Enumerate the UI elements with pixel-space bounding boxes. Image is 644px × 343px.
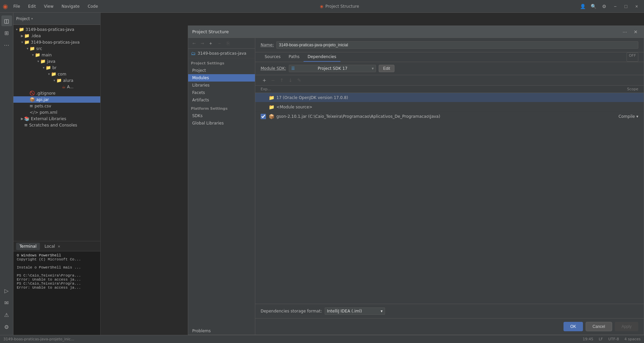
settings-button[interactable]: ⚙ [600,3,609,10]
app-menu-navigate[interactable]: Navigate [59,3,83,9]
module-entry[interactable]: 🗂 3149-boas-praticas-java [188,49,255,58]
tree-item-main[interactable]: ▾ 📁 main [13,52,100,58]
nav-item-global-libs[interactable]: Global Libraries [188,119,255,127]
folder-icon: 📁 [19,27,24,32]
nav-item-artifacts[interactable]: Artifacts [188,96,255,104]
nav-item-problems[interactable]: Problems [188,327,255,335]
nav-forward-btn[interactable]: → [199,40,206,47]
tree-expander-idea[interactable]: ▶ [20,34,24,38]
deps-up-btn[interactable]: ↑ [278,77,285,84]
app-menu-edit[interactable]: Edit [25,3,39,9]
tree-item-java[interactable]: ▾ 📁 java [13,58,100,64]
nav-item-project[interactable]: Project [188,67,255,74]
app-menu-file[interactable]: File [11,3,23,9]
ok-button[interactable]: OK [564,322,583,331]
tree-expander-alura[interactable]: ▾ [52,79,56,82]
dep-scope-value: Compile [619,114,635,119]
csv-icon: ≡ [30,103,33,108]
tree-item-src[interactable]: ▾ 📁 src [13,45,100,52]
nav-item-facets[interactable]: Facets [188,89,255,96]
sidebar-icon-problems[interactable]: ⚠ [1,309,12,320]
tree-expander-module[interactable]: ▾ [20,40,24,44]
sidebar-icon-structure[interactable]: ⊞ [1,28,12,38]
dialog-left-panel: ← → + − ⎘ 🗂 3149-boas-praticas-java Proj… [188,38,255,335]
apply-button[interactable]: Apply [615,322,638,331]
tree-expander-br[interactable]: ▾ [42,66,46,69]
remove-module-btn[interactable]: − [216,40,223,47]
copy-module-btn[interactable]: ⎘ [224,40,232,47]
dialog-close[interactable]: ✕ [632,28,640,36]
sidebar-icon-run[interactable]: ▷ [1,285,12,296]
status-bar: 3149-boas-praticas-java-projeto_inic... … [0,335,644,343]
com-folder-icon: 📁 [51,71,56,77]
tab-sources[interactable]: Sources [261,52,284,62]
nav-item-sdks[interactable]: SDKs [188,112,255,119]
tree-item-gitignore[interactable]: 🚫 .gitignore [13,90,100,96]
dep-row-gson[interactable]: 📦 gson-2.10.1.jar (C:\Caio_Teixeira\Prog… [255,112,644,121]
close-button[interactable]: × [632,3,641,10]
nav-back-btn[interactable]: ← [191,40,198,47]
tree-item-root[interactable]: ▾ 📁 3149-boas-praticas-java [13,26,100,33]
sidebar-icon-settings[interactable]: ⚙ [1,322,12,332]
sdk-edit-btn[interactable]: Edit [379,65,394,72]
tree-item-module[interactable]: ▾ 📁 3149-boas-praticas-java [13,39,100,45]
dep-row-jdk[interactable]: 📁 17 (Oracle OpenJDK version 17.0.8) [255,93,644,102]
tree-expander-main[interactable]: ▾ [31,53,35,57]
status-line-sep[interactable]: LF [599,337,603,341]
dep-scope-gson[interactable]: Compile ▾ [605,114,638,119]
library-icon: 📚 [24,116,30,121]
tree-item-apijar[interactable]: 📦 api.jar [13,96,100,103]
sidebar-icon-project[interactable]: ◫ [1,15,12,26]
tree-item-afile[interactable]: ☕ A... [13,84,100,90]
tree-expander-com[interactable]: ▾ [47,72,51,76]
maximize-button[interactable]: □ [621,3,631,10]
status-encoding[interactable]: UTF-8 [608,337,619,341]
tree-item-br[interactable]: ▾ 📁 br [13,64,100,71]
tree-expander-extlibs[interactable]: ▶ [20,117,24,120]
deps-add-btn[interactable]: + [261,77,268,84]
tree-expander[interactable]: ▾ [15,28,19,31]
tree-expander-src[interactable]: ▾ [25,47,30,50]
nav-item-libraries[interactable]: Libraries [188,82,255,89]
module-name-input[interactable] [276,41,638,49]
add-module-btn[interactable]: + [207,40,214,47]
nav-item-modules[interactable]: Modules [188,74,255,82]
tree-item-extlibs[interactable]: ▶ 📚 External Libraries [13,115,100,122]
sdk-dropdown[interactable]: ☰ Project SDK 17 ▾ [289,65,376,72]
xml-icon: </> [30,110,38,115]
tree-item-scratches[interactable]: ≡ Scratches and Consoles [13,122,100,128]
main-folder-icon: 📁 [35,52,40,57]
deps-table-header: Exp... Scope [255,86,644,93]
status-indent[interactable]: 4 spaces [625,337,641,341]
app-menu-view[interactable]: View [41,3,56,9]
tree-item-pomxml[interactable]: </> pom.xml [13,109,100,115]
sidebar-icon-notifications[interactable]: ✉ [1,297,12,308]
terminal-close-btn[interactable]: ✕ [58,245,60,248]
deps-edit-btn[interactable]: ✎ [296,77,303,84]
app-menu-code[interactable]: Code [85,3,101,9]
cancel-button[interactable]: Cancel [586,322,612,331]
status-time: 19:45 [583,337,593,341]
minimize-button[interactable]: − [610,3,620,10]
project-tree: ▾ 📁 3149-boas-praticas-java ▶ 📁 .idea ▾ … [13,25,100,241]
tree-item-csv[interactable]: ≡ pets.csv [13,103,100,109]
sidebar-icon-more[interactable]: ⋯ [1,40,12,50]
dep-checkbox-gson[interactable] [261,114,266,119]
tree-item-com[interactable]: ▾ 📁 com [13,71,100,77]
terminal-tab-local[interactable]: Local ✕ [41,243,64,250]
tab-dependencies[interactable]: Dependencies [304,52,340,62]
terminal-tab-terminal[interactable]: Terminal [16,243,40,250]
deps-remove-btn[interactable]: − [269,77,277,84]
dialog-more-options[interactable]: ⋯ [621,28,629,36]
deps-down-btn[interactable]: ↓ [287,77,294,84]
tree-item-alura[interactable]: ▾ 📁 alura [13,77,100,84]
tree-item-idea[interactable]: ▶ 📁 .idea [13,33,100,39]
search-button[interactable]: 🔍 [589,3,598,10]
tab-paths[interactable]: Paths [284,52,304,62]
status-project[interactable]: 3149-boas-praticas-java-projeto_inic... [3,337,74,341]
tree-expander-java[interactable]: ▾ [36,59,40,63]
storage-dropdown[interactable]: IntelliJ IDEA (.iml) ▾ [325,307,385,315]
project-chevron-icon: ▾ [31,17,33,20]
profile-button[interactable]: 👤 [578,3,588,10]
dep-row-module-source[interactable]: 📁 <Module source> [255,102,644,112]
